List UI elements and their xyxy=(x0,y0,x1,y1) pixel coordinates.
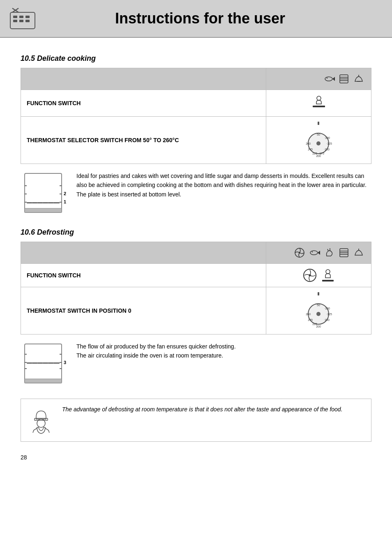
svg-rect-79 xyxy=(27,362,60,364)
svg-rect-6 xyxy=(25,20,30,22)
thermostat-selector-row: THERMOSTAT SELECTOR SWITCH FROM 50° TO 2… xyxy=(21,117,371,164)
thermostat-selector-label: THERMOSTAT SELECTOR SWITCH FROM 50° TO 2… xyxy=(21,117,266,164)
chicken-icon xyxy=(323,246,336,259)
icon-row-defrost xyxy=(21,242,371,264)
svg-text:260: 260 xyxy=(306,142,311,145)
defrost-description-text-1: The flow of air produced by the fan ensu… xyxy=(76,342,236,360)
grill-icon-2 xyxy=(337,246,350,259)
svg-text:260: 260 xyxy=(306,313,311,316)
svg-text:1: 1 xyxy=(64,199,66,204)
svg-rect-86 xyxy=(25,379,62,383)
svg-point-10 xyxy=(327,78,327,78)
fish-icon-2 xyxy=(308,246,321,259)
chef-icon xyxy=(27,405,55,436)
function-switch-row: FUNCTION SWITCH xyxy=(21,90,371,117)
section-10-5-heading: 10.5 Delicate cooking xyxy=(21,54,371,63)
svg-rect-59 xyxy=(322,280,334,281)
defrost-tip-text: The advantage of defrosting at room temp… xyxy=(62,405,343,414)
svg-point-60 xyxy=(326,270,330,274)
thermostat-selector-icon-cell: 50 ·100 ·125 ·150 ·175 260 245 225 200 xyxy=(266,117,371,164)
svg-text:245: 245 xyxy=(308,148,313,151)
thermostat-position-row: THERMOSTAT SWITCH IN POSITION 0 50 ·100 … xyxy=(21,287,371,334)
svg-rect-1 xyxy=(13,16,17,18)
svg-point-48 xyxy=(310,251,318,255)
person-icon xyxy=(321,268,335,283)
roast-icon xyxy=(352,72,365,85)
svg-text:3: 3 xyxy=(64,360,66,365)
defrost-tip-box: The advantage of defrosting at room temp… xyxy=(21,399,371,442)
svg-text:50: 50 xyxy=(317,304,320,307)
delicate-description-block: 2 1 Ideal for pastries and cakes with we… xyxy=(21,171,371,218)
svg-point-9 xyxy=(325,77,332,81)
page-number: 28 xyxy=(21,454,371,461)
svg-point-49 xyxy=(312,251,313,252)
svg-text:200: 200 xyxy=(316,155,321,157)
thermostat-dial-svg-2: 50 ·100 ·125 ·150 260 245 225 200 xyxy=(303,291,334,328)
page-title: Instructions for the user xyxy=(49,10,384,27)
svg-text:·100: ·100 xyxy=(324,307,330,310)
svg-rect-16 xyxy=(313,106,325,107)
defrost-function-switch-icons xyxy=(266,264,371,287)
svg-rect-61 xyxy=(318,292,319,295)
svg-text:·150: ·150 xyxy=(324,318,330,321)
section-10-6-heading: 10.6 Defrosting xyxy=(21,228,371,237)
oven-shelf-image-defrost: 3 xyxy=(21,342,70,389)
svg-text:2: 2 xyxy=(64,191,66,196)
thermostat-dial-svg: 50 ·100 ·125 ·150 ·175 260 245 225 200 xyxy=(303,121,334,158)
svg-rect-30 xyxy=(25,173,62,212)
svg-text:·150: ·150 xyxy=(324,148,330,151)
delicate-mode-icons xyxy=(266,68,371,90)
icon-row-empty-cell xyxy=(21,68,266,90)
svg-text:·125: ·125 xyxy=(326,313,332,316)
svg-point-58 xyxy=(309,274,311,277)
svg-rect-4 xyxy=(19,20,23,22)
svg-point-20 xyxy=(316,141,321,145)
svg-rect-3 xyxy=(19,16,23,18)
svg-rect-45 xyxy=(25,208,62,212)
svg-rect-37 xyxy=(27,202,60,203)
function-switch-icon-cell xyxy=(266,90,371,117)
defrost-function-switch-label: FUNCTION SWITCH xyxy=(21,264,266,287)
svg-text:200: 200 xyxy=(316,325,321,328)
delicate-description-text: Ideal for pastries and cakes with wet co… xyxy=(76,171,371,199)
svg-line-50 xyxy=(327,249,328,251)
svg-text:·125: ·125 xyxy=(326,142,332,145)
fan-circle-icon xyxy=(302,268,317,283)
grill-icon xyxy=(337,72,350,85)
oven-shelf-image-delicate: 2 1 xyxy=(21,171,70,218)
thermostat-position-icon-cell: 50 ·100 ·125 ·150 260 245 225 200 xyxy=(266,287,371,334)
roast-icon-2 xyxy=(352,246,365,259)
svg-text:245: 245 xyxy=(308,318,313,321)
main-content: 10.5 Delicate cooking xyxy=(0,38,392,473)
svg-point-63 xyxy=(316,312,321,316)
svg-text:50: 50 xyxy=(317,133,320,136)
defrost-function-switch-row: FUNCTION SWITCH xyxy=(21,264,371,287)
icon-row-delicate xyxy=(21,68,371,90)
icon-row-empty-cell-2 xyxy=(21,242,266,264)
svg-rect-18 xyxy=(318,122,319,125)
svg-rect-5 xyxy=(25,16,30,18)
delicate-cooking-table: FUNCTION SWITCH THERMOSTAT SELECTOR SWIT… xyxy=(21,68,371,164)
defrost-mode-icons xyxy=(266,242,371,264)
page-header: Instructions for the user xyxy=(0,0,392,38)
defrosting-table: FUNCTION SWITCH xyxy=(21,242,371,334)
defrost-description-block-1: 3 The flow of air produced by the fan en… xyxy=(21,342,371,389)
svg-rect-2 xyxy=(13,20,17,22)
svg-point-17 xyxy=(317,96,321,100)
function-switch-label: FUNCTION SWITCH xyxy=(21,90,266,117)
defrost-fan-icon xyxy=(293,246,306,259)
svg-text:·100: ·100 xyxy=(324,136,330,139)
fish-icon xyxy=(323,72,336,85)
header-logo xyxy=(8,4,41,33)
thermostat-position-label: THERMOSTAT SWITCH IN POSITION 0 xyxy=(21,287,266,334)
svg-point-47 xyxy=(299,252,300,254)
